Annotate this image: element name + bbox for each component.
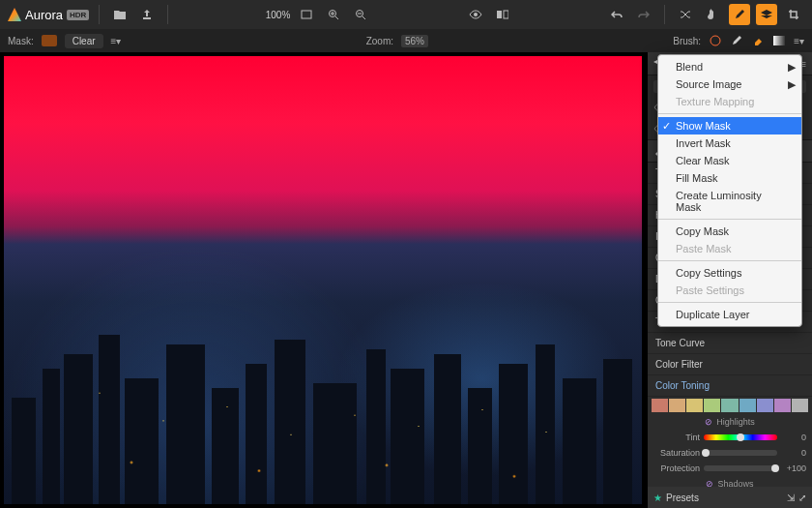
menu-item-show-mask[interactable]: Show Mask✓ [658, 117, 801, 134]
menu-item-clear-mask[interactable]: Clear Mask [658, 152, 801, 169]
undo-button[interactable] [606, 4, 627, 25]
open-button[interactable] [109, 4, 130, 25]
presets-label: Presets [666, 493, 699, 503]
menu-item-create-luminosity-mask[interactable]: Create Luminosity Mask [658, 187, 801, 216]
link-icon: ⊘ [705, 417, 712, 427]
brush-menu-icon[interactable]: ≡▾ [794, 36, 804, 46]
clear-mask-button[interactable]: Clear [65, 34, 103, 48]
menu-item-fill-mask[interactable]: Fill Mask [658, 169, 801, 187]
layer-context-menu: Blend▶Source Image▶Texture MappingShow M… [657, 54, 802, 327]
menu-item-paste-mask: Paste Mask [658, 240, 801, 257]
app-logo: Aurora HDR [8, 8, 89, 22]
svg-point-3 [474, 13, 478, 16]
document-image [4, 56, 642, 504]
fit-screen-button[interactable] [296, 4, 317, 25]
svg-point-6 [710, 36, 720, 45]
menu-item-copy-settings[interactable]: Copy Settings [658, 264, 801, 282]
zoom-label: Zoom: [366, 36, 393, 46]
svg-rect-4 [497, 11, 502, 18]
zoom-value[interactable]: 100% [266, 10, 291, 20]
highlights-label: ⊘Highlights [648, 414, 812, 430]
color-swatch[interactable] [686, 399, 703, 412]
brush-paint-icon[interactable] [730, 34, 743, 47]
menu-item-copy-mask[interactable]: Copy Mask [658, 223, 801, 240]
tool-row-tone-curve[interactable]: Tone Curve [648, 333, 812, 354]
brush-circle-icon[interactable] [709, 34, 722, 47]
menu-item-texture-mapping: Texture Mapping [658, 93, 801, 110]
star-icon: ★ [653, 493, 662, 503]
options-bar: Mask: Clear ≡▾ Zoom: 56% Brush: ≡▾ [0, 29, 812, 52]
color-swatch[interactable] [652, 399, 668, 412]
menu-item-invert-mask[interactable]: Invert Mask [658, 134, 801, 152]
mask-label: Mask: [8, 36, 34, 46]
presets-bar[interactable]: ★ Presets ⇲ ⤢ [648, 487, 812, 508]
color-swatch[interactable] [704, 399, 720, 412]
app-name: Aurora [25, 8, 63, 22]
mask-menu-icon[interactable]: ≡▾ [111, 36, 122, 46]
hdr-badge: HDR [67, 10, 89, 20]
mask-color-swatch[interactable] [42, 35, 57, 46]
redo-button[interactable] [633, 4, 654, 25]
color-swatch[interactable] [774, 399, 791, 412]
color-swatch[interactable] [792, 399, 808, 412]
menu-item-paste-settings: Paste Settings [658, 282, 801, 299]
export-button[interactable] [136, 4, 158, 25]
color-swatch[interactable] [757, 399, 773, 412]
hand-tool-button[interactable] [702, 4, 723, 25]
color-swatch[interactable] [721, 399, 738, 412]
saturation-slider-h[interactable]: Saturation0 [648, 445, 812, 461]
color-toning-header[interactable]: Color Toning [648, 375, 812, 397]
check-icon: ✓ [662, 120, 671, 133]
svg-rect-5 [504, 11, 508, 18]
gradient-icon[interactable] [772, 34, 786, 47]
collapse-icon[interactable]: ⇲ [787, 493, 795, 503]
canvas-viewport[interactable] [0, 52, 648, 508]
expand-icon[interactable]: ⤢ [798, 493, 806, 503]
zoom-dropdown[interactable]: 56% [401, 35, 428, 47]
color-swatch[interactable] [669, 399, 685, 412]
crop-tool-button[interactable] [783, 4, 804, 25]
preview-button[interactable] [465, 4, 486, 25]
eraser-icon[interactable] [751, 34, 765, 47]
compare-button[interactable] [492, 4, 513, 25]
menu-item-blend[interactable]: Blend▶ [658, 58, 801, 75]
color-swatch[interactable] [740, 399, 756, 412]
color-toning-swatches [648, 397, 812, 414]
tint-slider-h[interactable]: Tint0 [648, 430, 812, 445]
submenu-arrow-icon: ▶ [788, 78, 796, 91]
submenu-arrow-icon: ▶ [788, 61, 796, 74]
tool-row-color-filter[interactable]: Color Filter [648, 354, 812, 375]
zoom-in-button[interactable] [323, 4, 344, 25]
protection-slider[interactable]: Protection+100 [648, 461, 812, 476]
zoom-out-button[interactable] [350, 4, 371, 25]
svg-rect-0 [302, 11, 311, 18]
menu-item-source-image[interactable]: Source Image▶ [658, 75, 801, 93]
svg-rect-7 [773, 36, 785, 45]
menu-item-duplicate-layer[interactable]: Duplicate Layer [658, 306, 801, 323]
brush-tool-button[interactable] [729, 4, 750, 25]
main-toolbar: Aurora HDR 100% [0, 0, 812, 29]
brush-label: Brush: [673, 36, 701, 46]
layers-tool-button[interactable] [756, 4, 777, 25]
shuffle-button[interactable] [675, 4, 696, 25]
logo-icon [8, 8, 21, 21]
